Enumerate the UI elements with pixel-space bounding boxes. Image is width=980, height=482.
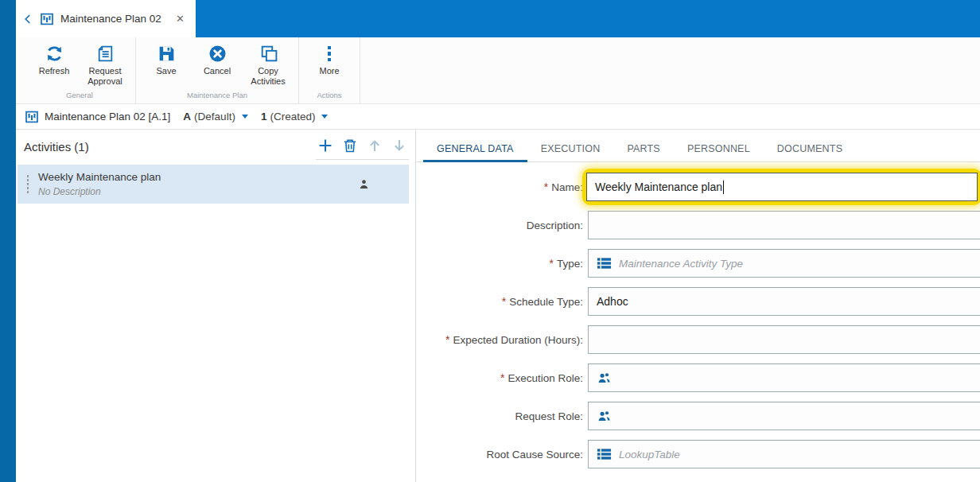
more-icon: [320, 44, 340, 64]
name-value: Weekly Maintenance plan: [595, 181, 722, 193]
lookup-list-icon: [597, 448, 612, 461]
expected-duration-label: * Expected Duration (Hours):: [416, 333, 583, 346]
required-marker: *: [550, 257, 554, 270]
activity-description: No Description: [38, 186, 161, 197]
save-button[interactable]: Save: [141, 42, 192, 89]
chevron-down-icon: [242, 115, 248, 119]
root-cause-source-placeholder: LookupTable: [619, 449, 680, 461]
required-marker: *: [445, 333, 449, 346]
refresh-button[interactable]: Refresh: [29, 42, 80, 89]
people-icon: [597, 371, 612, 384]
drag-handle-icon[interactable]: [18, 175, 38, 193]
tab-general-data[interactable]: GENERAL DATA: [423, 140, 527, 162]
refresh-label: Refresh: [39, 66, 70, 76]
chevron-down-icon: [321, 115, 328, 119]
lookup-list-icon: [597, 257, 612, 270]
add-icon[interactable]: [317, 138, 333, 154]
tab-bar: Maintenance Plan 02 ✕: [16, 0, 980, 37]
cancel-button[interactable]: Cancel: [192, 42, 243, 89]
people-icon: [597, 410, 612, 422]
general-data-form: * Name: Weekly Maintenance plan De: [416, 173, 980, 468]
breadcrumb-title: Maintenance Plan 02 [A.1]: [45, 111, 170, 122]
maintenance-plan-icon: [25, 111, 38, 123]
type-label: * Type:: [416, 257, 583, 270]
tab-documents[interactable]: DOCUMENTS: [764, 140, 856, 162]
activities-panel: Activities (1) Weekly Maintenance plan N…: [16, 130, 415, 482]
left-blue-strip: [0, 0, 16, 482]
save-label: Save: [156, 66, 176, 76]
name-label: * Name:: [416, 181, 583, 193]
request-role-label: Request Role:: [416, 410, 583, 422]
version-label: (Created): [270, 111, 315, 122]
request-approval-icon: [95, 44, 115, 64]
group-label-maintenance-plan: Maintenance Plan: [141, 89, 294, 103]
toolbar-group-actions: More Actions: [299, 37, 360, 103]
description-input[interactable]: [588, 211, 980, 239]
ribbon-toolbar: Refresh Request Approval General Save: [16, 37, 980, 104]
activity-list-item[interactable]: Weekly Maintenance plan No Description: [18, 165, 409, 204]
execution-role-input[interactable]: [588, 363, 980, 392]
tab-personnel[interactable]: PERSONNEL: [674, 140, 764, 162]
text-cursor: [723, 181, 724, 194]
revision-label: (Default): [194, 111, 235, 122]
more-button[interactable]: More: [304, 42, 355, 89]
request-approval-button[interactable]: Request Approval: [80, 42, 130, 89]
schedule-type-input[interactable]: Adhoc: [588, 287, 980, 316]
group-label-actions: Actions: [304, 89, 355, 103]
move-down-icon[interactable]: [391, 138, 407, 154]
person-icon: [357, 177, 371, 191]
more-label: More: [319, 66, 339, 76]
request-approval-label: Request Approval: [80, 66, 130, 87]
copy-activities-label: Copy Activities: [243, 66, 294, 87]
request-role-input[interactable]: [588, 402, 980, 430]
move-up-icon[interactable]: [367, 138, 383, 154]
delete-icon[interactable]: [342, 138, 358, 154]
name-input[interactable]: Weekly Maintenance plan: [586, 173, 978, 201]
cancel-label: Cancel: [204, 66, 231, 76]
document-tab[interactable]: Maintenance Plan 02 ✕: [16, 0, 196, 37]
schedule-type-label: * Schedule Type:: [416, 295, 583, 308]
tab-title: Maintenance Plan 02: [60, 13, 167, 25]
tab-execution[interactable]: EXECUTION: [527, 140, 614, 162]
copy-activities-icon: [259, 44, 278, 64]
back-chevron-icon[interactable]: [22, 14, 33, 25]
group-label-general: General: [29, 89, 130, 103]
version-dropdown[interactable]: 1 (Created): [261, 111, 329, 122]
required-marker: *: [544, 181, 548, 193]
description-label: Description:: [416, 220, 583, 231]
revision-value: A: [183, 111, 191, 122]
toolbar-group-general: Refresh Request Approval General: [24, 37, 136, 103]
save-icon: [157, 44, 177, 64]
details-panel: GENERAL DATA EXECUTION PARTS PERSONNEL D…: [415, 130, 980, 482]
breadcrumb: Maintenance Plan 02 [A.1] A (Default) 1 …: [16, 104, 980, 130]
execution-role-label: * Execution Role:: [416, 371, 583, 384]
cancel-icon: [208, 44, 228, 64]
app-window: Maintenance Plan 02 ✕ Refresh Request Ap…: [0, 0, 980, 482]
activity-title: Weekly Maintenance plan: [38, 171, 161, 183]
required-marker: *: [500, 371, 504, 384]
root-cause-source-input[interactable]: LookupTable: [588, 440, 980, 468]
tab-parts[interactable]: PARTS: [613, 140, 674, 162]
expected-duration-input[interactable]: [588, 325, 980, 354]
revision-dropdown[interactable]: A (Default): [183, 111, 248, 122]
focus-highlight: Weekly Maintenance plan: [582, 169, 980, 205]
type-placeholder: Maintenance Activity Type: [619, 258, 743, 270]
type-input[interactable]: Maintenance Activity Type: [588, 249, 980, 278]
refresh-icon: [45, 44, 64, 64]
version-value: 1: [261, 111, 267, 122]
copy-activities-button[interactable]: Copy Activities: [243, 42, 294, 89]
root-cause-source-label: Root Cause Source:: [416, 449, 583, 461]
activities-actions: [316, 138, 409, 160]
close-icon[interactable]: ✕: [174, 11, 186, 26]
details-tabs: GENERAL DATA EXECUTION PARTS PERSONNEL D…: [416, 140, 980, 162]
toolbar-group-maintenance-plan: Save Cancel Copy Activities Maintenance …: [136, 37, 299, 103]
schedule-type-value: Adhoc: [597, 295, 628, 308]
required-marker: *: [502, 295, 506, 308]
maintenance-plan-icon: [41, 13, 53, 25]
activities-header: Activities (1): [24, 138, 89, 165]
